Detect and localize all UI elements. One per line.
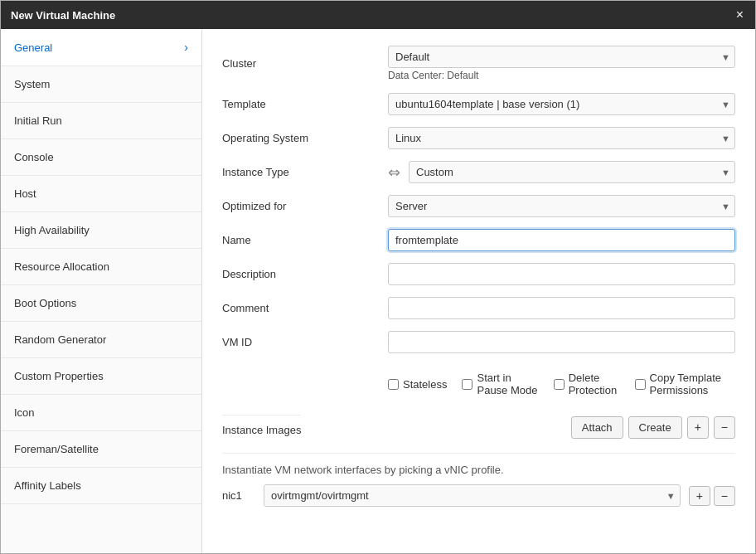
nic-label: nic1 xyxy=(222,489,255,502)
vmid-control xyxy=(388,331,735,353)
sidebar-item-label-general: General xyxy=(14,41,52,54)
description-row: Description xyxy=(222,263,735,285)
instance-type-label: Instance Type xyxy=(222,166,388,178)
sidebar-item-system[interactable]: System xyxy=(1,66,201,103)
description-control xyxy=(388,263,735,285)
copy-template-checkbox-label: Copy Template Permissions xyxy=(635,372,735,396)
sidebar-item-label-initial-run: Initial Run xyxy=(14,114,62,127)
sidebar-item-general[interactable]: General› xyxy=(1,29,201,66)
sidebar-item-high-availability[interactable]: High Availability xyxy=(1,212,201,249)
instance-type-select-wrapper: Custom ▼ xyxy=(409,161,735,183)
sidebar-item-label-foreman-satellite: Foreman/Satellite xyxy=(14,443,99,455)
create-button[interactable]: Create xyxy=(628,416,682,439)
template-select[interactable]: ubuntu1604template | base version (1) xyxy=(388,93,735,115)
pause-mode-label: Start in Pause Mode xyxy=(477,372,538,396)
add-image-button[interactable]: + xyxy=(687,416,709,439)
sidebar-item-custom-properties[interactable]: Custom Properties xyxy=(1,358,201,395)
dialog-body: General›SystemInitial RunConsoleHostHigh… xyxy=(1,29,755,553)
optimized-control: Server ▼ xyxy=(388,195,735,217)
cluster-select-wrapper: Default ▼ xyxy=(388,46,735,68)
vnic-row: nic1 ovirtmgmt/ovirtmgmt ▼ + − xyxy=(222,484,735,507)
os-label: Operating System xyxy=(222,132,388,144)
os-control: Linux ▼ xyxy=(388,127,735,149)
main-content: Cluster Default ▼ Data Center: Default T… xyxy=(202,29,755,553)
close-button[interactable]: × xyxy=(734,7,745,22)
vnic-section: Instantiate VM network interfaces by pic… xyxy=(222,453,735,507)
vnic-buttons: + − xyxy=(689,486,735,506)
instance-images-title: Instance Images xyxy=(222,415,301,443)
os-select-wrapper: Linux ▼ xyxy=(388,127,735,149)
sidebar-item-affinity-labels[interactable]: Affinity Labels xyxy=(1,468,201,504)
remove-image-button[interactable]: − xyxy=(714,416,735,439)
os-select[interactable]: Linux xyxy=(388,127,735,149)
comment-row: Comment xyxy=(222,297,735,319)
name-input[interactable] xyxy=(388,229,735,251)
description-input[interactable] xyxy=(388,263,735,285)
instance-type-control: ⇔ Custom ▼ xyxy=(388,161,735,183)
sidebar: General›SystemInitial RunConsoleHostHigh… xyxy=(1,29,202,553)
template-control: ubuntu1604template | base version (1) ▼ xyxy=(388,93,735,115)
copy-template-checkbox[interactable] xyxy=(635,379,646,390)
sidebar-item-label-high-availability: High Availability xyxy=(14,224,90,236)
comment-label: Comment xyxy=(222,302,388,314)
vnic-profile-select[interactable]: ovirtmgmt/ovirtmgmt xyxy=(264,484,681,507)
template-select-wrapper: ubuntu1604template | base version (1) ▼ xyxy=(388,93,735,115)
os-row: Operating System Linux ▼ xyxy=(222,127,735,149)
sidebar-item-label-console: Console xyxy=(14,151,54,163)
sidebar-item-resource-allocation[interactable]: Resource Allocation xyxy=(1,249,201,285)
name-row: Name xyxy=(222,229,735,251)
vmid-label: VM ID xyxy=(222,336,388,348)
template-row: Template ubuntu1604template | base versi… xyxy=(222,93,735,115)
sidebar-item-label-host: Host xyxy=(14,187,36,200)
dialog-header: New Virtual Machine × xyxy=(1,1,755,29)
data-center-info: Data Center: Default xyxy=(388,70,735,81)
instance-type-row: Instance Type ⇔ Custom ▼ xyxy=(222,161,735,183)
optimized-row: Optimized for Server ▼ xyxy=(222,195,735,217)
chevron-right-icon: › xyxy=(184,41,188,54)
pause-mode-checkbox[interactable] xyxy=(462,379,472,390)
sidebar-item-label-system: System xyxy=(14,78,50,90)
instance-type-select[interactable]: Custom xyxy=(409,161,735,183)
sidebar-item-label-affinity-labels: Affinity Labels xyxy=(14,479,81,492)
copy-template-label: Copy Template Permissions xyxy=(650,372,735,396)
stateless-checkbox[interactable] xyxy=(388,379,399,390)
sidebar-item-icon[interactable]: Icon xyxy=(1,395,201,431)
sidebar-item-initial-run[interactable]: Initial Run xyxy=(1,103,201,139)
cluster-control: Default ▼ Data Center: Default xyxy=(388,46,735,81)
sidebar-item-host[interactable]: Host xyxy=(1,176,201,212)
sidebar-item-label-icon: Icon xyxy=(14,406,35,419)
new-vm-dialog: New Virtual Machine × General›SystemInit… xyxy=(0,0,756,554)
template-label: Template xyxy=(222,98,388,110)
cluster-row: Cluster Default ▼ Data Center: Default xyxy=(222,46,735,81)
sidebar-item-label-resource-allocation: Resource Allocation xyxy=(14,260,109,273)
comment-input[interactable] xyxy=(388,297,735,319)
instance-images-buttons: Attach Create + − xyxy=(571,416,735,439)
instance-type-toggle-icon: ⇔ xyxy=(388,163,400,182)
remove-vnic-button[interactable]: − xyxy=(714,486,735,506)
comment-control xyxy=(388,297,735,319)
stateless-checkbox-label: Stateless xyxy=(388,378,447,391)
delete-protection-label: Delete Protection xyxy=(569,372,620,396)
sidebar-item-console[interactable]: Console xyxy=(1,139,201,176)
sidebar-item-label-custom-properties: Custom Properties xyxy=(14,370,104,382)
name-control xyxy=(388,229,735,251)
optimized-select[interactable]: Server xyxy=(388,195,735,217)
sidebar-item-foreman-satellite[interactable]: Foreman/Satellite xyxy=(1,431,201,468)
attach-button[interactable]: Attach xyxy=(571,416,623,439)
sidebar-item-random-generator[interactable]: Random Generator xyxy=(1,322,201,358)
optimized-select-wrapper: Server ▼ xyxy=(388,195,735,217)
sidebar-item-boot-options[interactable]: Boot Options xyxy=(1,285,201,322)
vnic-select-wrapper: ovirtmgmt/ovirtmgmt ▼ xyxy=(264,484,681,507)
sidebar-item-label-random-generator: Random Generator xyxy=(14,333,106,346)
cluster-select[interactable]: Default xyxy=(388,46,735,68)
delete-protection-checkbox-label: Delete Protection xyxy=(554,372,620,396)
add-vnic-button[interactable]: + xyxy=(689,486,710,506)
dialog-title: New Virtual Machine xyxy=(11,9,115,22)
pause-mode-checkbox-label: Start in Pause Mode xyxy=(462,372,538,396)
optimized-label: Optimized for xyxy=(222,200,388,212)
vmid-input[interactable] xyxy=(388,331,735,353)
instance-images-row: Instance Images Attach Create + − xyxy=(222,411,735,443)
sidebar-item-label-boot-options: Boot Options xyxy=(14,297,76,309)
vmid-row: VM ID xyxy=(222,331,735,353)
delete-protection-checkbox[interactable] xyxy=(554,379,565,390)
